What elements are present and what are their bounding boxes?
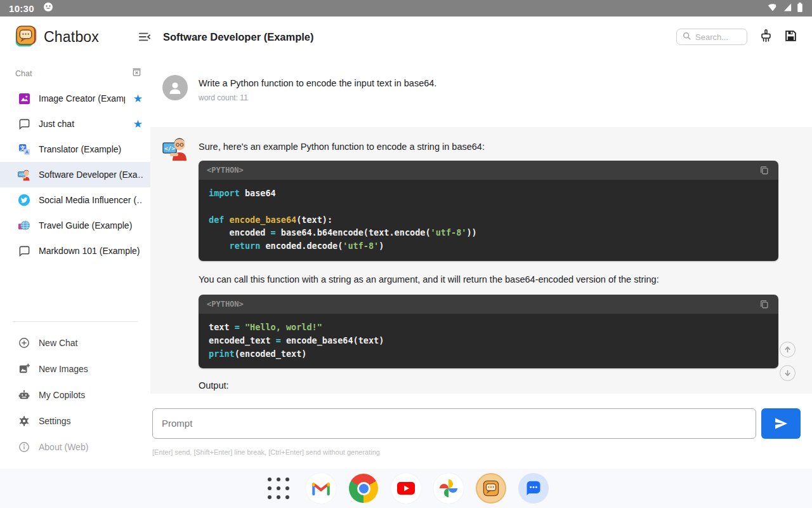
code-block-header: <PYTHON> xyxy=(199,161,778,180)
prompt-input[interactable] xyxy=(152,408,756,439)
my-copilots-button[interactable]: My Copilots xyxy=(0,382,150,408)
assistant-middle-text: You can call this function with a string… xyxy=(199,273,776,286)
send-button[interactable] xyxy=(761,408,801,439)
code-content: text = "Hello, world!"encoded_text = enc… xyxy=(199,314,778,368)
translator-icon: 文 A xyxy=(18,143,30,156)
collapse-sidebar-icon[interactable] xyxy=(136,29,153,45)
google-photos-icon[interactable] xyxy=(433,473,464,504)
scroll-up-button[interactable] xyxy=(780,342,796,358)
chat-bubble-icon xyxy=(18,117,30,130)
save-icon[interactable] xyxy=(785,30,797,44)
sidebar-item-label: Just chat xyxy=(39,119,125,129)
code-block-1: <PYTHON> import base64 def encode_base64… xyxy=(199,161,778,261)
svg-text:</>: </> xyxy=(19,173,24,176)
new-chat-button[interactable]: New Chat xyxy=(0,330,150,356)
code-language-label: <PYTHON> xyxy=(207,300,759,309)
plus-circle-icon xyxy=(18,337,30,349)
clear-chats-icon[interactable] xyxy=(132,67,141,79)
image-icon xyxy=(18,92,30,105)
code-block-header: <PYTHON> xyxy=(199,295,778,314)
composer: [Enter] send, [Shift+Enter] line break, … xyxy=(150,394,812,469)
scroll-down-button[interactable] xyxy=(780,365,796,381)
sidebar-item-label: Social Media Influencer (… xyxy=(39,195,143,205)
assistant-message: </> Sure, here's an example Python funct… xyxy=(150,127,812,394)
chrome-icon[interactable] xyxy=(348,473,379,504)
menu-item-label: About (Web) xyxy=(39,442,88,452)
chat-main-area: Write a Python function to encode the in… xyxy=(150,57,812,469)
code-language-label: <PYTHON> xyxy=(207,166,759,175)
robot-icon xyxy=(18,389,30,401)
star-icon[interactable]: ★ xyxy=(133,93,143,104)
chat-section-label: Chat xyxy=(15,69,132,78)
image-plus-icon xyxy=(18,363,30,375)
sidebar-item-label: Travel Guide (Example) xyxy=(39,220,143,231)
clean-messages-icon[interactable] xyxy=(760,29,772,45)
youtube-icon[interactable] xyxy=(391,473,421,504)
composer-hint: [Enter] send, [Shift+Enter] line break, … xyxy=(152,448,812,456)
copy-code-icon[interactable] xyxy=(759,298,770,310)
svg-text:</>: </> xyxy=(164,145,175,152)
menu-item-label: My Copilots xyxy=(39,390,85,400)
app-header: Chatbox Software Developer (Example) Sea… xyxy=(0,17,812,57)
notification-face-icon xyxy=(43,2,53,15)
chatbox-logo-icon xyxy=(14,24,37,50)
sidebar-item-markdown-101[interactable]: Markdown 101 (Example) xyxy=(0,238,150,264)
twitter-icon xyxy=(18,194,30,206)
assistant-avatar: </> xyxy=(162,136,188,161)
user-message: Write a Python function to encode the in… xyxy=(150,57,812,127)
menu-item-label: New Images xyxy=(39,364,88,374)
sidebar-item-image-creator[interactable]: Image Creator (Examp… ★ xyxy=(0,86,150,111)
sidebar-item-social-media-influencer[interactable]: Social Media Influencer (… xyxy=(0,187,150,213)
sidebar-item-just-chat[interactable]: Just chat ★ xyxy=(0,111,150,137)
sidebar-item-software-developer[interactable]: </> Software Developer (Exa… xyxy=(0,162,150,187)
globe-icon xyxy=(18,219,30,232)
menu-item-label: Settings xyxy=(39,416,71,426)
info-icon xyxy=(18,441,30,453)
assistant-output-label: Output: xyxy=(199,379,776,392)
app-brand: Chatbox xyxy=(0,24,136,50)
page-title: Software Developer (Example) xyxy=(163,31,314,43)
gear-icon xyxy=(18,415,30,427)
user-message-text: Write a Python function to encode the in… xyxy=(199,77,776,90)
svg-text:A: A xyxy=(25,149,29,155)
sidebar-item-translator[interactable]: 文 A Translator (Example) xyxy=(0,137,150,162)
user-avatar xyxy=(162,75,188,100)
copy-code-icon[interactable] xyxy=(759,164,770,176)
menu-item-label: New Chat xyxy=(39,338,77,348)
sidebar-item-label: Image Creator (Examp… xyxy=(39,93,125,104)
sidebar-divider xyxy=(13,321,138,322)
chat-bubble-icon xyxy=(18,244,30,257)
sidebar-item-label: Markdown 101 (Example) xyxy=(39,246,143,256)
sidebar-item-travel-guide[interactable]: Travel Guide (Example) xyxy=(0,213,150,238)
chatbox-dock-icon[interactable] xyxy=(476,473,506,504)
wifi-icon xyxy=(767,2,778,15)
assistant-intro-text: Sure, here's an example Python function … xyxy=(199,140,776,153)
taskbar-dock xyxy=(0,469,812,508)
search-icon xyxy=(683,32,691,43)
gmail-icon[interactable] xyxy=(306,473,336,504)
new-images-button[interactable]: New Images xyxy=(0,356,150,382)
technologist-icon: </> xyxy=(18,168,30,181)
battery-icon xyxy=(797,2,803,15)
status-bar: 10:30 xyxy=(0,0,812,17)
app-grid-icon[interactable] xyxy=(263,473,294,504)
sidebar-item-label: Translator (Example) xyxy=(39,144,143,154)
star-icon[interactable]: ★ xyxy=(133,119,143,130)
app-name: Chatbox xyxy=(44,29,99,46)
code-block-2: <PYTHON> text = "Hello, world!"encoded_t… xyxy=(199,295,778,368)
chat-section-header: Chat xyxy=(0,57,150,86)
word-count: word count: 11 xyxy=(199,93,776,102)
cellular-signal-icon xyxy=(782,2,793,15)
sidebar: Chat Image Creator (Examp… ★ Just chat ★ xyxy=(0,57,150,469)
about-button[interactable]: About (Web) xyxy=(0,434,150,460)
messages-icon[interactable] xyxy=(518,473,549,504)
clock: 10:30 xyxy=(9,3,34,14)
sidebar-item-label: Software Developer (Exa… xyxy=(39,170,143,180)
chatbox-app-window: Chatbox Software Developer (Example) Sea… xyxy=(0,17,812,469)
search-placeholder: Search... xyxy=(695,32,728,42)
settings-button[interactable]: Settings xyxy=(0,408,150,434)
code-content: import base64 def encode_base64(text): e… xyxy=(199,180,778,261)
search-input[interactable]: Search... xyxy=(676,29,747,45)
